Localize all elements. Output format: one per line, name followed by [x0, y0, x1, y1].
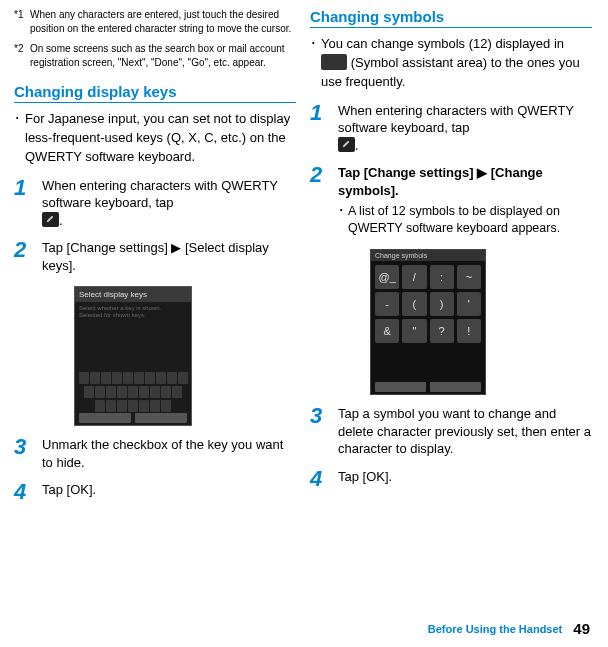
symbol-grid: @_ / : ~ - ( ) ' & " ? !: [371, 261, 485, 347]
screenshot-change-symbols: Change symbols @_ / : ~ - ( ) ' & " ? !: [370, 249, 486, 395]
screenshot-title: Select display keys: [75, 287, 191, 302]
step-body: Tap a symbol you want to change and dele…: [338, 405, 592, 458]
footer-section: Before Using the Handset: [428, 623, 562, 635]
symbol-cell: ): [430, 292, 454, 316]
left-step-4: 4 Tap [OK].: [14, 481, 296, 503]
pencil-icon: [42, 212, 59, 227]
step-number: 4: [14, 481, 42, 503]
left-step-1: 1 When entering characters with QWERTY s…: [14, 177, 296, 230]
step-number: 2: [14, 239, 42, 274]
right-step-2: 2 Tap [Change settings] ▶ [Change symbol…: [310, 164, 592, 237]
step-body: Tap [Change settings] ▶ [Change symbols]…: [338, 164, 592, 237]
left-step-2: 2 Tap [Change settings] ▶ [Select displa…: [14, 239, 296, 274]
step-number: 1: [310, 102, 338, 155]
step-body: Tap [OK].: [42, 481, 296, 503]
intro-text: For Japanese input, you can set not to d…: [25, 110, 296, 167]
right-column: Changing symbols ･ You can change symbol…: [310, 8, 592, 503]
left-column: *1 When any characters are entered, just…: [14, 8, 296, 503]
symbol-cell: ~: [457, 265, 481, 289]
intro-b: (Symbol assistant area) to the ones you …: [321, 55, 580, 89]
symbol-cell: :: [430, 265, 454, 289]
symbol-cell: ": [402, 319, 426, 343]
symbol-cell: @_: [375, 265, 399, 289]
symbol-cell: /: [402, 265, 426, 289]
footnote-1-text: When any characters are entered, just to…: [30, 8, 296, 35]
bullet-dot: ･: [310, 35, 321, 92]
symbol-cell: -: [375, 292, 399, 316]
step2-text-a: Tap [Change settings]: [338, 165, 477, 180]
screenshot-title: Change symbols: [371, 250, 485, 261]
step-body: When entering characters with QWERTY sof…: [42, 177, 296, 230]
heading-changing-symbols: Changing symbols: [310, 8, 592, 28]
footnote-2-text: On some screens such as the search box o…: [30, 42, 296, 69]
step-number: 4: [310, 468, 338, 490]
bullet-dot: ･: [338, 203, 348, 237]
step-body: When entering characters with QWERTY sof…: [338, 102, 592, 155]
screenshot-dim-text: Select whether a key is shown.Selected f…: [75, 302, 191, 322]
heading-display-keys: Changing display keys: [14, 83, 296, 103]
step2-sub-text: A list of 12 symbols to be displayed on …: [348, 203, 592, 237]
intro-display-keys: ･ For Japanese input, you can set not to…: [14, 110, 296, 167]
symbol-cell: (: [402, 292, 426, 316]
step2-text-a: Tap [Change settings]: [42, 240, 171, 255]
step-body: Tap [Change settings] ▶ [Select display …: [42, 239, 296, 274]
intro-changing-symbols: ･ You can change symbols (12) displayed …: [310, 35, 592, 92]
arrow-icon: ▶: [477, 165, 487, 180]
footnote-1: *1 When any characters are entered, just…: [14, 8, 296, 35]
intro-text: You can change symbols (12) displayed in…: [321, 35, 592, 92]
step1-text-a: When entering characters with QWERTY sof…: [338, 103, 574, 136]
step-body: Tap [OK].: [338, 468, 592, 490]
step1-text-end: .: [59, 213, 63, 228]
symbol-cell: ': [457, 292, 481, 316]
footnote-2: *2 On some screens such as the search bo…: [14, 42, 296, 69]
footnote-2-label: *2: [14, 42, 30, 69]
right-step-3: 3 Tap a symbol you want to change and de…: [310, 405, 592, 458]
step1-text-end: .: [355, 138, 359, 153]
symbol-cell: !: [457, 319, 481, 343]
page-container: *1 When any characters are entered, just…: [0, 0, 608, 503]
right-step-4: 4 Tap [OK].: [310, 468, 592, 490]
page-footer: Before Using the Handset 49: [428, 620, 590, 637]
footnote-1-label: *1: [14, 8, 30, 35]
arrow-icon: ▶: [171, 240, 181, 255]
symbol-area-icon: [321, 54, 347, 70]
pencil-icon: [338, 137, 355, 152]
footer-page-number: 49: [573, 620, 590, 637]
screenshot-keyboard: [75, 372, 191, 410]
symbol-cell: ?: [430, 319, 454, 343]
right-step-1: 1 When entering characters with QWERTY s…: [310, 102, 592, 155]
step1-text-a: When entering characters with QWERTY sof…: [42, 178, 278, 211]
symbol-cell: &: [375, 319, 399, 343]
step2-sub-bullet: ･ A list of 12 symbols to be displayed o…: [338, 203, 592, 237]
bullet-dot: ･: [14, 110, 25, 167]
step-number: 3: [14, 436, 42, 471]
intro-a: You can change symbols (12) displayed in: [321, 36, 564, 51]
step-body: Unmark the checkbox of the key you want …: [42, 436, 296, 471]
step-number: 2: [310, 164, 338, 237]
step-number: 1: [14, 177, 42, 230]
left-step-3: 3 Unmark the checkbox of the key you wan…: [14, 436, 296, 471]
step-number: 3: [310, 405, 338, 458]
screenshot-select-display-keys: Select display keys Select whether a key…: [74, 286, 192, 426]
